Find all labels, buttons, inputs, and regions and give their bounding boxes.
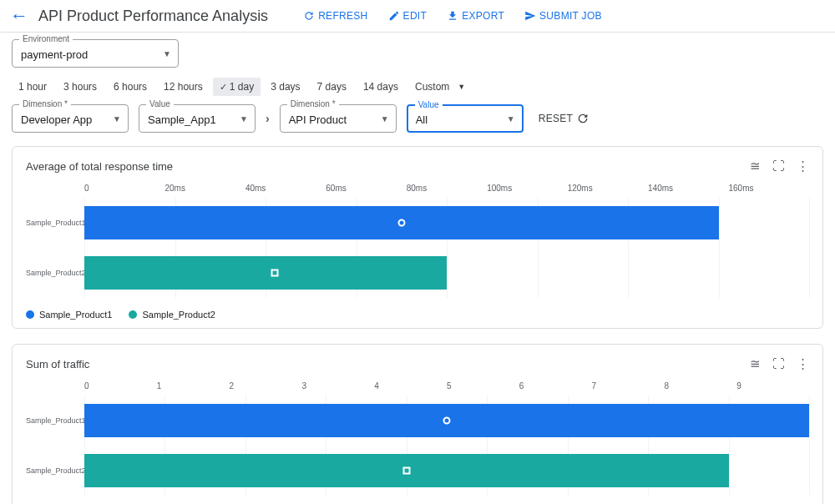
chart-area: 0123456789Sample_Product1Sample_Product2 [26,381,809,496]
chart-card-response-time: Average of total response time ≅ ⛶ ⋮ 020… [12,146,823,329]
refresh-button[interactable]: REFRESH [303,10,367,22]
time-option[interactable]: 1 day [213,78,261,96]
filter-row: Dimension * Developer App ▼ Value Sample… [0,104,835,146]
caret-icon: ▼ [458,83,465,91]
time-option[interactable]: 12 hours [157,78,210,96]
dimension1-label: Dimension * [19,99,71,108]
axis-tick: 0 [84,184,164,193]
time-option[interactable]: 6 hours [107,78,154,96]
swatch-icon [26,310,34,319]
legend-toggle-icon[interactable]: ≅ [750,159,761,174]
axis-tick: 4 [374,381,447,391]
value2-label: Value [415,100,443,109]
time-option[interactable]: 1 hour [12,78,53,96]
fullscreen-icon[interactable]: ⛶ [772,356,785,371]
bar-label: Sample_Product2 [26,269,84,277]
chart-title: Average of total response time [26,160,750,173]
time-option[interactable]: 3 days [264,78,306,96]
dimension2-label: Dimension * [287,99,339,108]
bar [84,256,447,290]
submit-job-button[interactable]: SUBMIT JOB [524,10,602,22]
axis-tick: 9 [736,381,809,391]
caret-icon: ▼ [113,114,121,123]
chart-legend: Sample_Product1 Sample_Product2 [26,310,809,320]
header-actions: REFRESH EDIT EXPORT SUBMIT JOB [303,10,602,22]
page-title: API Product Performance Analysis [38,8,268,25]
download-icon [447,10,458,22]
caret-icon: ▼ [381,114,389,123]
card-header: Average of total response time ≅ ⛶ ⋮ [26,159,809,174]
axis-tick: 80ms [407,184,487,193]
value1-value: Sample_App1 [148,113,216,126]
time-option[interactable]: 7 days [311,78,353,96]
legend-label: Sample_Product1 [39,310,112,320]
axis-tick: 2 [230,381,302,391]
axis-tick: 6 [519,381,592,391]
dimension2-select[interactable]: Dimension * API Product ▼ [280,104,397,133]
bar-row: Sample_Product2 [26,454,809,487]
chevron-right-icon: › [266,112,270,125]
axis-tick: 120ms [568,184,648,193]
chart-title: Sum of traffic [26,358,750,370]
axis-tick: 100ms [487,184,567,193]
refresh-icon [303,10,315,22]
axis-tick: 7 [592,381,665,391]
card-header: Sum of traffic ≅ ⛶ ⋮ [26,356,809,371]
chart-area: 020ms40ms60ms80ms100ms120ms140ms160msSam… [26,184,809,298]
submit-label: SUBMIT JOB [539,10,602,22]
value2-select[interactable]: Value All ▼ [407,104,524,133]
square-marker-icon [271,270,278,277]
edit-button[interactable]: EDIT [388,10,428,22]
header: ← API Product Performance Analysis REFRE… [0,0,835,33]
value1-select[interactable]: Value Sample_App1 ▼ [139,104,256,133]
fullscreen-icon[interactable]: ⛶ [772,159,785,174]
environment-select[interactable]: Environment payment-prod ▼ [12,39,179,68]
axis-tick: 140ms [648,184,728,193]
axis-tick: 8 [664,381,736,391]
caret-icon: ▼ [507,114,515,123]
dimension1-select[interactable]: Dimension * Developer App ▼ [12,104,129,133]
more-menu-icon[interactable]: ⋮ [797,159,809,174]
export-label: EXPORT [462,10,504,22]
axis-tick: 20ms [164,184,245,193]
axis-tick: 40ms [245,184,326,193]
reset-icon [576,112,590,125]
time-option[interactable]: 3 hours [57,78,104,96]
axis-tick: 3 [301,381,374,391]
environment-label: Environment [19,34,73,43]
value2-value: All [416,113,428,126]
circle-marker-icon [397,219,405,227]
axis-tick: 1 [157,381,230,391]
reset-label: RESET [539,113,574,124]
card-toolbar: ≅ ⛶ ⋮ [750,356,809,371]
export-button[interactable]: EXPORT [447,10,504,22]
environment-row: Environment payment-prod ▼ [0,33,835,74]
legend-label: Sample_Product2 [142,310,215,320]
refresh-label: REFRESH [318,10,367,22]
axis-tick: 160ms [729,184,809,193]
reset-button[interactable]: RESET [539,112,590,125]
dimension2-value: API Product [289,113,347,126]
axis-tick: 0 [84,381,157,391]
square-marker-icon [402,467,410,475]
caret-icon: ▼ [163,49,171,58]
send-icon [524,10,536,22]
time-option[interactable]: 14 days [357,78,405,96]
time-option[interactable]: Custom [408,78,456,96]
axis-tick: 60ms [326,184,406,193]
back-arrow-icon[interactable]: ← [10,5,28,27]
legend-toggle-icon[interactable]: ≅ [750,356,761,371]
bar-label: Sample_Product2 [26,466,84,475]
bar-row: Sample_Product1 [26,404,809,437]
chart-card-traffic: Sum of traffic ≅ ⛶ ⋮ 0123456789Sample_Pr… [12,344,823,504]
bar-row: Sample_Product2 [26,256,809,290]
value1-label: Value [146,99,174,108]
caret-icon: ▼ [240,114,248,123]
bar-row: Sample_Product1 [26,206,809,239]
swatch-icon [129,310,137,319]
more-menu-icon[interactable]: ⋮ [797,356,809,371]
card-toolbar: ≅ ⛶ ⋮ [750,159,809,174]
legend-item: Sample_Product2 [129,310,215,320]
edit-label: EDIT [403,10,428,22]
pencil-icon [388,10,400,22]
